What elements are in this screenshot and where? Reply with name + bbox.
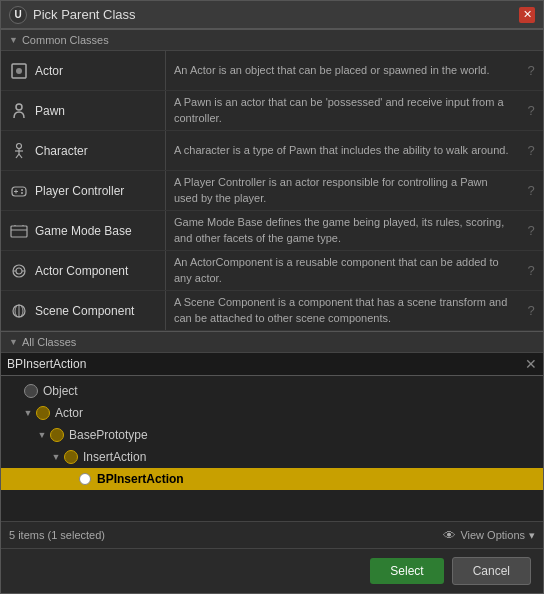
class-row-pawn[interactable]: Pawn A Pawn is an actor that can be 'pos… (1, 91, 543, 131)
character-icon (9, 141, 29, 161)
tree-label-bpinsertaction: BPInsertAction (97, 472, 184, 486)
tree-item-bpinsertaction[interactable]: BPInsertAction (1, 468, 543, 490)
baseprototype-icon (49, 427, 65, 443)
tree-item-baseprototype[interactable]: ▼ BasePrototype (1, 424, 543, 446)
scene-component-help-icon[interactable]: ? (519, 303, 543, 318)
actor-component-label: Actor Component (35, 264, 128, 278)
actor-component-description: An ActorComponent is a reusable componen… (166, 251, 519, 290)
common-classes-label: Common Classes (22, 34, 109, 46)
player-controller-help-icon[interactable]: ? (519, 183, 543, 198)
pick-parent-class-window: U Pick Parent Class ✕ ▼ Common Classes A… (0, 0, 544, 594)
player-controller-label: Player Controller (35, 184, 124, 198)
scene-component-label: Scene Component (35, 304, 134, 318)
common-classes-section: ▼ Common Classes Actor An Actor is an ob… (1, 29, 543, 331)
actor-component-icon (9, 261, 29, 281)
class-row-game-mode-base[interactable]: Game Mode Base Game Mode Base defines th… (1, 211, 543, 251)
svg-point-3 (17, 143, 22, 148)
class-row-character[interactable]: Character A character is a type of Pawn … (1, 131, 543, 171)
search-clear-button[interactable]: ✕ (525, 357, 537, 371)
game-mode-base-label: Game Mode Base (35, 224, 132, 238)
view-options-label: View Options (460, 529, 525, 541)
bpinsertaction-icon (77, 471, 93, 487)
status-bar: 5 items (1 selected) 👁 View Options ▾ (1, 521, 543, 549)
game-mode-base-icon (9, 221, 29, 241)
tree-label-actor: Actor (55, 406, 83, 420)
all-classes-header: ▼ All Classes (1, 331, 543, 353)
tree-label-insertaction: InsertAction (83, 450, 146, 464)
pawn-description: A Pawn is an actor that can be 'possesse… (166, 91, 519, 130)
svg-point-12 (21, 192, 23, 194)
insertaction-icon (63, 449, 79, 465)
actor-icon (9, 61, 29, 81)
all-classes-section: ▼ All Classes ✕ Object ▼ (1, 331, 543, 549)
pawn-help-icon[interactable]: ? (519, 103, 543, 118)
svg-point-18 (16, 268, 22, 274)
class-row-actor[interactable]: Actor An Actor is an object that can be … (1, 51, 543, 91)
tree-label-object: Object (43, 384, 78, 398)
class-row-actor-component[interactable]: Actor Component An ActorComponent is a r… (1, 251, 543, 291)
tree-label-baseprototype: BasePrototype (69, 428, 148, 442)
game-mode-base-help-icon[interactable]: ? (519, 223, 543, 238)
cancel-button[interactable]: Cancel (452, 557, 531, 585)
pawn-icon (9, 101, 29, 121)
button-bar: Select Cancel (1, 549, 543, 593)
svg-line-6 (16, 154, 19, 158)
actor-label: Actor (35, 64, 63, 78)
tree-item-insertaction[interactable]: ▼ InsertAction (1, 446, 543, 468)
common-classes-arrow: ▼ (9, 35, 18, 45)
all-classes-label: All Classes (22, 336, 76, 348)
player-controller-icon (9, 181, 29, 201)
character-help-icon[interactable]: ? (519, 143, 543, 158)
title-bar: U Pick Parent Class ✕ (1, 1, 543, 29)
eye-icon: 👁 (443, 528, 456, 543)
actor-help-icon[interactable]: ? (519, 63, 543, 78)
tree-item-object[interactable]: Object (1, 380, 543, 402)
svg-rect-13 (11, 226, 27, 237)
character-label: Character (35, 144, 88, 158)
actor-description: An Actor is an object that can be placed… (166, 59, 519, 82)
ue-logo: U (9, 6, 27, 24)
tree-arrow-actor: ▼ (21, 408, 35, 418)
svg-point-11 (21, 189, 23, 191)
pawn-label: Pawn (35, 104, 65, 118)
class-tree: Object ▼ Actor ▼ BasePrototype (1, 376, 543, 521)
actor-tree-icon (35, 405, 51, 421)
all-classes-arrow: ▼ (9, 337, 18, 347)
tree-arrow-insertaction: ▼ (49, 452, 63, 462)
scene-component-icon (9, 301, 29, 321)
svg-point-1 (16, 68, 22, 74)
search-bar: ✕ (1, 353, 543, 376)
view-options-chevron: ▾ (529, 529, 535, 542)
close-button[interactable]: ✕ (519, 7, 535, 23)
game-mode-base-description: Game Mode Base defines the game being pl… (166, 211, 519, 250)
tree-item-actor[interactable]: ▼ Actor (1, 402, 543, 424)
character-description: A character is a type of Pawn that inclu… (166, 139, 519, 162)
view-options-button[interactable]: 👁 View Options ▾ (443, 528, 535, 543)
scene-component-description: A Scene Component is a component that ha… (166, 291, 519, 330)
object-icon (23, 383, 39, 399)
tree-arrow-baseprototype: ▼ (35, 430, 49, 440)
common-classes-header: ▼ Common Classes (1, 29, 543, 51)
svg-line-7 (19, 154, 22, 158)
select-button[interactable]: Select (370, 558, 443, 584)
svg-point-2 (16, 104, 22, 110)
search-input[interactable] (7, 357, 521, 371)
window-title: Pick Parent Class (33, 7, 136, 22)
status-text: 5 items (1 selected) (9, 529, 105, 541)
player-controller-description: A Player Controller is an actor responsi… (166, 171, 519, 210)
actor-component-help-icon[interactable]: ? (519, 263, 543, 278)
class-row-scene-component[interactable]: Scene Component A Scene Component is a c… (1, 291, 543, 331)
class-row-player-controller[interactable]: Player Controller A Player Controller is… (1, 171, 543, 211)
